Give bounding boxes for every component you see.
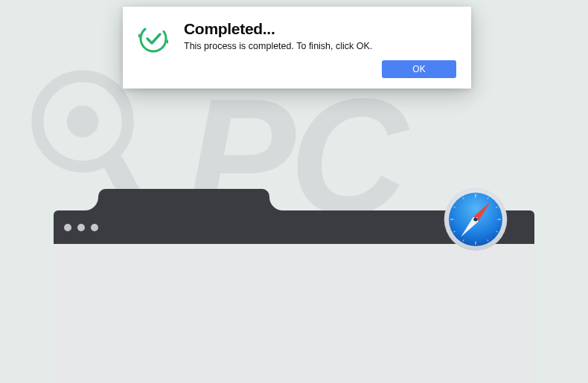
svg-point-1 [67,106,99,138]
dialog-title: Completed... [184,20,456,38]
completed-dialog: Completed... This process is completed. … [123,7,471,88]
dialog-actions: OK [184,60,456,78]
window-maximize-dot[interactable] [91,224,98,231]
browser-active-tab[interactable] [98,189,269,210]
browser-viewport [54,244,534,383]
dialog-success-icon [138,20,169,77]
window-close-dot[interactable] [64,224,71,231]
svg-point-20 [138,23,169,54]
dialog-body: Completed... This process is completed. … [184,20,456,77]
window-minimize-dot[interactable] [77,224,85,231]
window-controls [64,224,98,231]
ok-button[interactable]: OK [382,60,456,78]
dialog-message: This process is completed. To finish, cl… [184,41,456,51]
safari-icon [442,186,509,253]
svg-point-0 [37,77,127,167]
